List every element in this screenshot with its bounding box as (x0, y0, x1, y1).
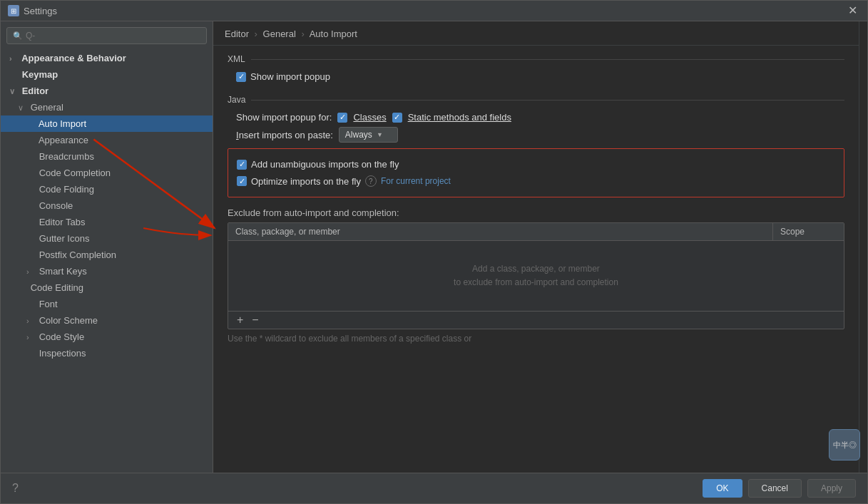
help-icon[interactable]: ? (365, 175, 377, 187)
main-content: 🔍 › Appearance & Behavior Keymap ∨ Edito… (1, 21, 867, 473)
add-unambiguous-row: ✓ Add unambiguous imports on the fly (237, 159, 835, 170)
expand-icon: › (26, 317, 35, 325)
expand-icon: ∨ (9, 87, 18, 96)
breadcrumb-part-auto-import: Auto Import (310, 29, 357, 39)
sidebar-item-appearance[interactable]: Appearance (1, 132, 213, 148)
dropdown-value: Always (345, 130, 372, 140)
panel-scroll: XML ✓ Show import popup Java Show import (213, 46, 859, 473)
checkmark-icon: ✓ (239, 178, 245, 185)
breadcrumb-sep-2: › (301, 29, 304, 39)
highlight-box: ✓ Add unambiguous imports on the fly ✓ O… (228, 148, 844, 197)
sidebar-item-console[interactable]: Console (1, 197, 213, 214)
sidebar-item-smart-keys[interactable]: › Smart Keys (1, 263, 213, 279)
right-scroll-area (859, 21, 867, 473)
insert-imports-dropdown[interactable]: Always ▼ (339, 127, 398, 143)
insert-label-rest: nsert imports on paste: (239, 130, 333, 140)
title-bar-left: ⊞ Settings (8, 5, 57, 16)
insert-imports-row: Insert imports on paste: Always ▼ (236, 127, 844, 143)
sidebar-item-code-folding[interactable]: Code Folding (1, 181, 213, 197)
sidebar-item-breadcrumbs[interactable]: Breadcrumbs (1, 148, 213, 165)
sidebar-item-editor[interactable]: ∨ Editor (1, 83, 213, 99)
optimize-imports-row: ✓ Optimize imports on the fly ? For curr… (237, 175, 835, 187)
exclude-table: Class, package, or member Scope Add a cl… (228, 222, 844, 329)
cancel-button[interactable]: Cancel (748, 479, 802, 498)
sidebar-item-label: Auto Import (39, 118, 86, 129)
chevron-down-icon: ▼ (377, 131, 383, 138)
remove-row-button[interactable]: − (249, 314, 261, 326)
sidebar-item-label: Breadcrumbs (39, 151, 94, 162)
sidebar-item-code-completion[interactable]: Code Completion (1, 165, 213, 181)
breadcrumb: Editor › General › Auto Import (213, 21, 859, 46)
wildcard-note: Use the * wildcard to exclude all member… (228, 334, 844, 344)
show-import-popup-for-label: Show import popup for: (236, 112, 332, 123)
sidebar-item-label: Code Folding (39, 184, 94, 195)
search-box[interactable]: 🔍 (6, 27, 207, 44)
sidebar-item-label: Console (39, 200, 73, 211)
bottom-bar: ? OK Cancel Apply (1, 473, 867, 503)
search-icon: 🔍 (13, 31, 23, 41)
ok-button[interactable]: OK (703, 479, 742, 498)
java-label: Java (228, 95, 245, 105)
sidebar-item-label: Editor (22, 86, 49, 96)
sidebar-item-label: Code Completion (39, 168, 111, 178)
show-import-popup-row: ✓ Show import popup (236, 71, 844, 82)
settings-dialog: ⊞ Settings ✕ 🔍 › Appearance & Behavior K… (0, 0, 868, 504)
java-section-header: Java (228, 95, 844, 105)
xml-section-header: XML (228, 54, 844, 64)
sidebar-item-color-scheme[interactable]: › Color Scheme (1, 312, 213, 329)
exclude-label: Exclude from auto-import and completion: (228, 207, 844, 218)
sidebar-item-gutter-icons[interactable]: Gutter Icons (1, 230, 213, 247)
action-buttons: OK Cancel Apply (703, 479, 856, 498)
sidebar-item-font[interactable]: Font (1, 296, 213, 312)
for-current-project-link[interactable]: For current project (381, 176, 451, 186)
classes-checkbox[interactable]: ✓ (337, 113, 347, 123)
sidebar-item-keymap[interactable]: Keymap (1, 66, 213, 83)
sidebar-item-label: Postfix Completion (39, 250, 116, 260)
classes-label: Classes (353, 112, 386, 123)
sidebar-item-label: Appearance (39, 135, 88, 145)
sidebar-item-label: Editor Tabs (39, 217, 86, 227)
sidebar-item-inspections[interactable]: Inspections (1, 345, 213, 361)
apply-button[interactable]: Apply (807, 479, 856, 498)
main-panel: Editor › General › Auto Import XML ✓ Sho… (213, 21, 859, 473)
sidebar-item-label: Inspections (39, 348, 86, 359)
table-empty: Add a class, package, or member to exclu… (228, 241, 844, 311)
xml-label: XML (228, 54, 245, 64)
xml-divider (251, 59, 844, 60)
expand-icon: › (26, 267, 35, 276)
sidebar-item-label: Code Style (39, 331, 85, 342)
ime-indicator: 中半◎ (829, 429, 860, 461)
sidebar-item-code-editing[interactable]: Code Editing (1, 279, 213, 296)
sidebar-item-editor-tabs[interactable]: Editor Tabs (1, 214, 213, 230)
breadcrumb-part-editor: Editor (225, 29, 249, 39)
dialog-title: Settings (24, 6, 57, 16)
expand-icon: ∨ (18, 103, 26, 113)
optimize-imports-checkbox[interactable]: ✓ (237, 176, 247, 186)
help-button[interactable]: ? (12, 482, 19, 495)
expand-icon: › (26, 333, 35, 341)
sidebar-item-general[interactable]: ∨ General (1, 99, 213, 115)
show-import-popup-checkbox[interactable]: ✓ (236, 72, 246, 82)
sidebar-item-label: Appearance & Behavior (21, 53, 126, 63)
sidebar-item-auto-import[interactable]: Auto Import (1, 115, 213, 132)
sidebar-item-label: Code Editing (31, 282, 83, 293)
title-bar: ⊞ Settings ✕ (1, 1, 867, 21)
static-methods-checkbox[interactable]: ✓ (392, 113, 402, 123)
add-row-button[interactable]: + (234, 314, 246, 326)
sidebar-item-postfix-completion[interactable]: Postfix Completion (1, 247, 213, 263)
sidebar-item-label: Keymap (22, 69, 58, 80)
show-import-popup-label: Show import popup (250, 71, 330, 82)
table-empty-line1: Add a class, package, or member (235, 262, 837, 276)
search-input[interactable] (26, 31, 200, 41)
checkmark-icon: ✓ (238, 73, 245, 81)
close-button[interactable]: ✕ (845, 5, 860, 16)
table-col-scope: Scope (772, 223, 844, 240)
expand-icon: › (9, 54, 18, 63)
breadcrumb-sep-1: › (255, 29, 257, 39)
add-unambiguous-checkbox[interactable]: ✓ (237, 160, 247, 170)
sidebar-item-label: Font (39, 299, 58, 309)
table-empty-line2: to exclude from auto-import and completi… (235, 276, 837, 289)
sidebar-item-code-style[interactable]: › Code Style (1, 329, 213, 345)
app-icon: ⊞ (8, 5, 19, 16)
sidebar-item-appearance-behavior[interactable]: › Appearance & Behavior (1, 50, 213, 66)
